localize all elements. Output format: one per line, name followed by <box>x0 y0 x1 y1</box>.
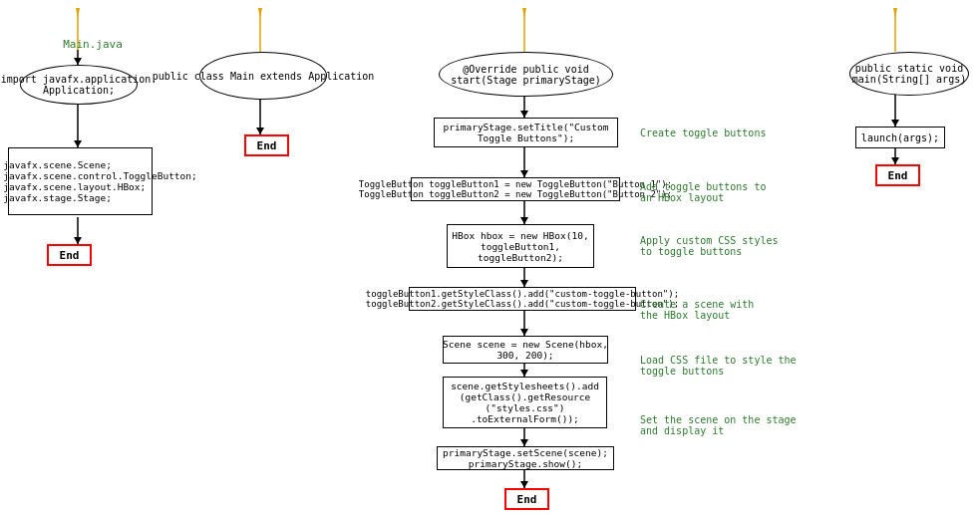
arrow-head <box>74 140 82 147</box>
arrow-head <box>76 8 80 18</box>
arrow-head <box>74 237 82 244</box>
arrow-head <box>74 58 82 65</box>
setTitle-rect: primaryStage.setTitle("Custom Toggle But… <box>434 118 618 147</box>
arrow-head <box>520 111 528 118</box>
main-oval: public static void main(String[] args) <box>849 52 969 96</box>
annotation-add-toggle: Add toggle buttons to an HBox layout <box>640 181 819 203</box>
arrow-head <box>893 8 897 18</box>
arrow-head <box>520 170 528 177</box>
arrow-head <box>256 128 264 134</box>
arrow-head <box>258 8 262 18</box>
annotation-apply-css: Apply custom CSS styles to toggle button… <box>640 235 839 257</box>
arrow-head <box>520 481 528 488</box>
toggleBtn-rect: ToggleButton toggleButton1 = new ToggleB… <box>411 177 620 201</box>
arrow-head <box>520 329 528 336</box>
annotation-create-scene: Create a scene with the HBox layout <box>640 299 839 321</box>
annotation-create-toggle: Create toggle buttons <box>640 128 819 138</box>
arrow-head <box>520 370 528 377</box>
class-oval: public class Main extends Application <box>199 52 327 100</box>
arrow-head <box>891 120 899 127</box>
end3: End <box>504 488 549 510</box>
hbox-rect: HBox hbox = new HBox(10, toggleButton1, … <box>447 224 594 268</box>
flowchart-diagram: Main.java import javafx.application. App… <box>0 0 980 515</box>
setScene-rect: primaryStage.setScene(scene); primarySta… <box>437 446 614 470</box>
arrow-head <box>522 8 526 18</box>
end1: End <box>47 244 92 266</box>
import-block: import javafx.scene.Scene; import javafx… <box>8 147 153 215</box>
arrow-head <box>520 439 528 446</box>
import-oval: import javafx.application. Application; <box>20 65 138 105</box>
annotation-set-scene: Set the scene on the stage and display i… <box>640 414 849 436</box>
style-rect: toggleButton1.getStyleClass().add("custo… <box>409 287 636 311</box>
stylesheets-rect: scene.getStylesheets().add (getClass().g… <box>443 377 607 428</box>
mainjava-label: Main.java <box>58 38 128 51</box>
launch-rect: launch(args); <box>855 127 945 148</box>
scene-rect: Scene scene = new Scene(hbox, 300, 200); <box>443 336 608 364</box>
end4: End <box>875 164 920 186</box>
arrow-head <box>891 157 899 164</box>
arrow-head <box>520 217 528 224</box>
override-oval: @Override public void start(Stage primar… <box>439 52 613 97</box>
arrow-head <box>520 280 528 287</box>
end2: End <box>244 134 289 156</box>
annotation-load-css: Load CSS file to style the toggle button… <box>640 355 839 377</box>
